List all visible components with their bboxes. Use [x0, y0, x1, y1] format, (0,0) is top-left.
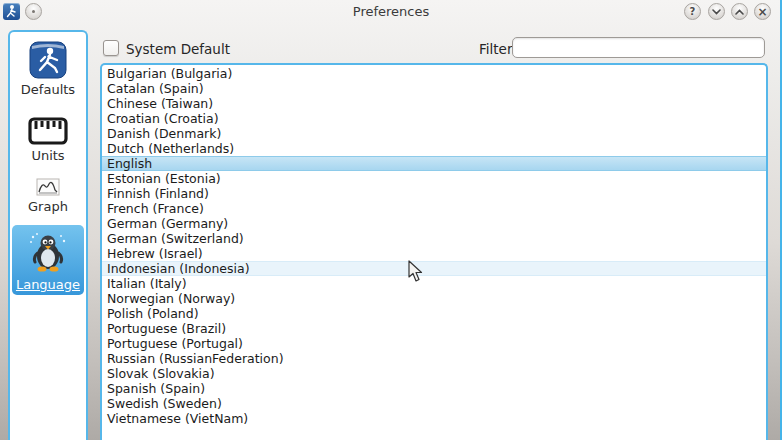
- list-item[interactable]: Estonian (Estonia): [102, 171, 766, 186]
- list-item[interactable]: Swedish (Sweden): [102, 396, 766, 411]
- language-list: Bulgarian (Bulgaria)Catalan (Spain)Chine…: [100, 63, 768, 440]
- sidebar-item-label: Defaults: [21, 82, 75, 97]
- settings-category-sidebar: Defaults Units Graph: [8, 30, 88, 440]
- close-button[interactable]: ×: [754, 3, 771, 20]
- list-item[interactable]: Danish (Denmark): [102, 126, 766, 141]
- system-default-label: System Default: [126, 41, 230, 57]
- list-item[interactable]: Slovak (Slovakia): [102, 366, 766, 381]
- list-item[interactable]: Portuguese (Portugal): [102, 336, 766, 351]
- preferences-window: Preferences ? ×: [0, 0, 782, 440]
- list-item[interactable]: Portuguese (Brazil): [102, 321, 766, 336]
- list-item[interactable]: Finnish (Finland): [102, 186, 766, 201]
- close-icon: ×: [757, 6, 767, 18]
- list-item[interactable]: Croatian (Croatia): [102, 111, 766, 126]
- list-item[interactable]: Spanish (Spain): [102, 381, 766, 396]
- sidebar-item-label: Graph: [28, 199, 68, 214]
- list-item[interactable]: Dutch (Netherlands): [102, 141, 766, 156]
- ruler-icon: [28, 116, 68, 146]
- list-item[interactable]: Vietnamese (VietNam): [102, 411, 766, 426]
- list-item[interactable]: Hebrew (Israel): [102, 246, 766, 261]
- filter-input[interactable]: [512, 37, 765, 58]
- list-item[interactable]: Russian (RussianFederation): [102, 351, 766, 366]
- list-item[interactable]: English: [102, 156, 766, 171]
- list-item[interactable]: German (Germany): [102, 216, 766, 231]
- list-item[interactable]: Indonesian (Indonesia): [102, 261, 766, 276]
- chevron-up-icon: [735, 9, 744, 15]
- help-button[interactable]: ?: [684, 3, 701, 20]
- filter-label: Filter: [479, 41, 512, 57]
- list-item[interactable]: Polish (Poland): [102, 306, 766, 321]
- list-item[interactable]: Catalan (Spain): [102, 81, 766, 96]
- sidebar-item-defaults[interactable]: Defaults: [12, 36, 84, 100]
- sidebar-item-label: Units: [31, 148, 64, 163]
- list-item[interactable]: Chinese (Taiwan): [102, 96, 766, 111]
- sidebar-item-language[interactable]: Language: [12, 225, 84, 295]
- graph-icon: [36, 178, 60, 197]
- sidebar-item-label: Language: [16, 277, 80, 292]
- list-item[interactable]: German (Switzerland): [102, 231, 766, 246]
- list-item[interactable]: Norwegian (Norway): [102, 291, 766, 306]
- window-title: Preferences: [0, 4, 782, 19]
- list-item[interactable]: Bulgarian (Bulgaria): [102, 66, 766, 81]
- chevron-down-icon: [712, 9, 721, 15]
- sidebar-item-units[interactable]: Units: [12, 112, 84, 166]
- system-default-checkbox[interactable]: [103, 40, 119, 56]
- shade-up-button[interactable]: [731, 3, 748, 20]
- list-item[interactable]: Italian (Italy): [102, 276, 766, 291]
- hiker-icon: [28, 40, 68, 80]
- shade-down-button[interactable]: [708, 3, 725, 20]
- tux-penguin-icon: [25, 229, 71, 275]
- help-icon: ?: [690, 7, 696, 17]
- list-item[interactable]: French (France): [102, 201, 766, 216]
- sidebar-item-graph[interactable]: Graph: [12, 174, 84, 217]
- titlebar[interactable]: Preferences ? ×: [0, 0, 782, 24]
